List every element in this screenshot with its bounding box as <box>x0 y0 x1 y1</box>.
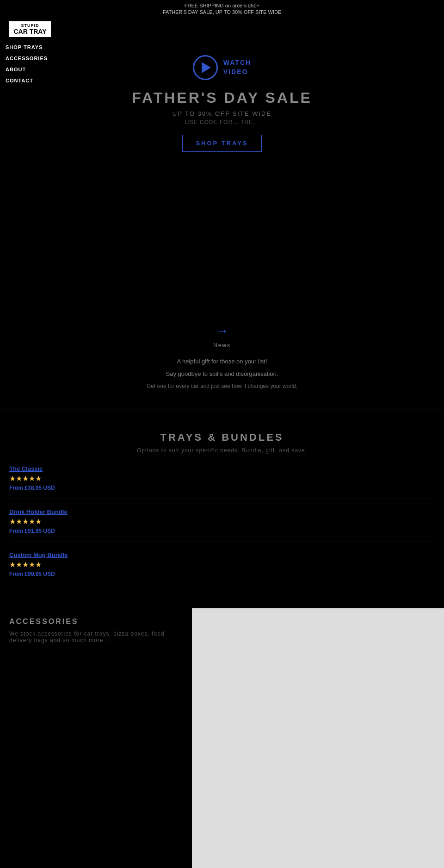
accessories-split: ACCESSORIES We stock accessories for car… <box>0 608 444 868</box>
product-stars-2: ★★★★★ <box>9 517 435 526</box>
header: STUPID CAR TRAY <box>0 18 444 41</box>
hero-subtitle: UP TO 30% OFF SITE WIDE <box>173 110 271 117</box>
product-price-1: From £38.95 USD <box>9 485 435 491</box>
watch-video-area: WATCH VIDEO <box>193 55 251 80</box>
arrow-icon: → <box>0 324 444 338</box>
section-divider <box>0 408 444 408</box>
top-banner: FREE SHIPPING on orders £50+ FATHER'S DA… <box>0 0 444 18</box>
product-name-3[interactable]: Custom Mug Bundle <box>9 551 435 558</box>
products-subtitle: Options to suit your specific needs. Bun… <box>9 447 435 454</box>
watch-label: WATCH VIDEO <box>223 58 251 76</box>
accessories-title: ACCESSORIES <box>9 618 183 626</box>
accessories-desc: We stock accessories for car trays, pizz… <box>9 631 183 643</box>
accessories-left: ACCESSORIES We stock accessories for car… <box>0 608 192 868</box>
sale-text[interactable]: FATHER'S DAY SALE, UP TO 30% OFF SITE WI… <box>0 9 444 15</box>
product-stars-3: ★★★★★ <box>9 560 435 569</box>
logo-line2: CAR TRAY <box>13 28 46 35</box>
product-list: The Classic ★★★★★ From £38.95 USD Drink … <box>9 465 435 585</box>
feature-text-2: Say goodbye to spills and disorganisatio… <box>0 370 444 377</box>
hero-subtitle2: USE CODE FOR... THE... <box>185 119 259 125</box>
products-title: TRAYS & BUNDLES <box>9 431 435 443</box>
nav-accessories[interactable]: ACCESSORIES <box>0 53 60 64</box>
product-price-2: From £91.95 USD <box>9 528 435 534</box>
news-label: News <box>0 342 444 349</box>
nav-contact[interactable]: CONTACT <box>0 75 60 86</box>
feature-text-3: Get one for every car and just see how i… <box>0 383 444 389</box>
product-name-1[interactable]: The Classic <box>9 465 435 472</box>
product-stars-1: ★★★★★ <box>9 474 435 483</box>
free-shipping-text[interactable]: FREE SHIPPING on orders £50+ <box>0 3 444 8</box>
product-name-2[interactable]: Drink Holder Bundle <box>9 508 435 515</box>
product-item-2: Drink Holder Bundle ★★★★★ From £91.95 US… <box>9 508 435 542</box>
hero-section: WATCH VIDEO FATHER'S DAY SALE UP TO 30% … <box>0 41 444 310</box>
play-button[interactable] <box>193 55 218 80</box>
nav-about[interactable]: ABOUT <box>0 64 60 75</box>
product-price-3: From £99.95 USD <box>9 571 435 577</box>
features-section: → News A helpful gift for those on your … <box>0 310 444 399</box>
shop-trays-button[interactable]: SHOP TRAYS <box>182 135 261 152</box>
nav-sidebar: SHOP TRAYS ACCESSORIES ABOUT CONTACT <box>0 37 60 91</box>
play-icon <box>202 62 211 73</box>
logo-area[interactable]: STUPID CAR TRAY <box>9 21 51 37</box>
hero-title: FATHER'S DAY SALE <box>132 89 312 106</box>
product-item-3: Custom Mug Bundle ★★★★★ From £99.95 USD <box>9 551 435 585</box>
nav-shop-trays[interactable]: SHOP TRAYS <box>0 42 60 53</box>
logo-box: STUPID CAR TRAY <box>9 21 51 37</box>
products-section: TRAYS & BUNDLES Options to suit your spe… <box>0 418 444 608</box>
logo-line1: STUPID <box>21 23 39 28</box>
product-item-1: The Classic ★★★★★ From £38.95 USD <box>9 465 435 499</box>
accessories-image <box>192 608 444 868</box>
feature-text-1: A helpful gift for those on your list! <box>0 358 444 365</box>
